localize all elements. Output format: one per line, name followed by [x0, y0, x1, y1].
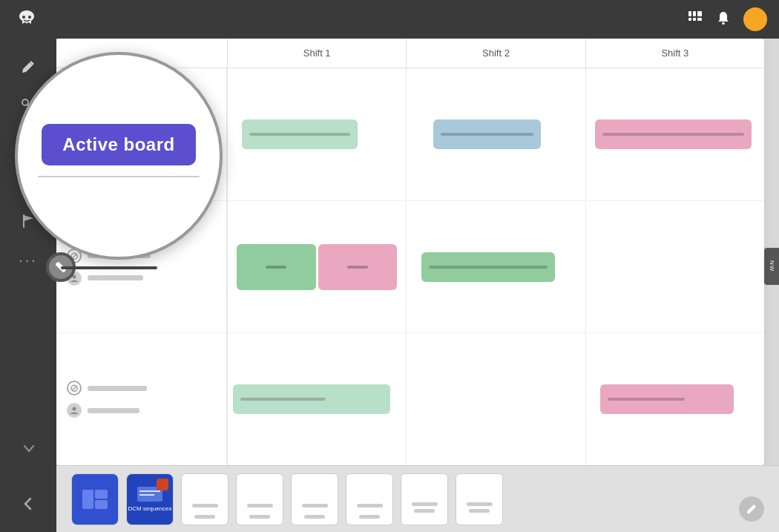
top-nav-right [687, 7, 767, 31]
schedule-block-green-lg[interactable] [233, 384, 390, 414]
shift-cell [585, 333, 764, 465]
svg-rect-18 [82, 490, 93, 509]
top-navigation [0, 0, 779, 39]
avatar [743, 7, 767, 31]
block-line [608, 398, 685, 401]
svg-rect-6 [693, 18, 696, 21]
svg-point-1 [28, 16, 31, 19]
shift-cell [585, 68, 764, 200]
svg-rect-19 [95, 490, 108, 499]
right-panel-toggle[interactable]: NW [764, 248, 779, 285]
pointer-line [61, 266, 157, 269]
toolbar-plain-card-2[interactable] [236, 473, 283, 525]
row-stub [88, 408, 139, 413]
row-3-labels: ⊘ [56, 333, 227, 465]
grid-icon[interactable] [687, 10, 703, 30]
block-line [429, 266, 548, 269]
dcm-badge [157, 479, 168, 490]
svg-point-0 [22, 16, 25, 19]
row-3-info-1: ⊘ [67, 381, 216, 395]
edit-button[interactable] [739, 496, 764, 522]
block-line [240, 398, 326, 401]
toolbar-plain-card-6[interactable] [456, 473, 503, 525]
svg-point-17 [73, 407, 76, 411]
toolbar-plain-card-1[interactable] [181, 473, 229, 525]
scroll-down-arrow[interactable] [16, 436, 42, 461]
svg-point-8 [722, 22, 725, 24]
svg-rect-4 [697, 11, 702, 16]
schedule-block-pink-lg[interactable] [600, 384, 734, 414]
shift-header-2: Shift 2 [406, 39, 585, 68]
row-3-info-2 [67, 403, 216, 418]
double-block-container [237, 244, 397, 290]
block-line [347, 266, 368, 269]
zoom-divider [38, 176, 200, 177]
shift-cell [227, 333, 406, 465]
sidebar-item-more[interactable]: ··· [12, 243, 45, 276]
toolbar-plain-card-3[interactable] [291, 473, 338, 525]
sidebar-item-back[interactable] [12, 487, 45, 520]
schedule-block-blue[interactable] [433, 119, 540, 149]
right-toggle-label: NW [769, 260, 775, 272]
block-line [249, 133, 350, 136]
svg-rect-2 [688, 11, 691, 16]
shift-cell [406, 201, 585, 333]
row-stub [88, 386, 147, 391]
schedule-block-pink2[interactable] [318, 244, 398, 290]
shift-cell [406, 68, 585, 200]
block-line [266, 266, 286, 269]
shift-cell [227, 201, 406, 333]
schedule-block-green-wide[interactable] [421, 252, 555, 282]
bell-icon[interactable] [715, 10, 732, 30]
row-3-content [227, 333, 764, 465]
svg-rect-5 [688, 18, 691, 21]
toolbar-plain-card-5[interactable] [401, 473, 448, 525]
shift-cell [227, 68, 406, 200]
shift-cell [406, 333, 585, 465]
shift-cell [585, 201, 764, 333]
table-row: ⊘ [56, 333, 764, 465]
shift-header-3: Shift 3 [585, 39, 764, 68]
shift-header-1: Shift 1 [227, 39, 406, 68]
svg-rect-20 [95, 500, 108, 509]
row-2-info-2 [67, 271, 216, 286]
person-icon [67, 403, 82, 418]
no-entry-icon: ⊘ [67, 381, 82, 395]
row-1-content [227, 68, 764, 200]
svg-rect-3 [693, 11, 696, 16]
zoom-overlay: Active board [15, 52, 223, 260]
app-logo [12, 4, 42, 34]
active-board-button[interactable]: Active board [42, 124, 195, 165]
svg-rect-7 [697, 18, 702, 21]
bottom-toolbar: DCM sequences [56, 465, 779, 532]
block-line [602, 133, 744, 136]
toolbar-card-1[interactable] [71, 473, 119, 525]
dcm-label: DCM sequences [128, 505, 171, 513]
toolbar-plain-card-4[interactable] [346, 473, 393, 525]
row-stub [88, 275, 143, 280]
schedule-block-green2[interactable] [237, 244, 316, 290]
toolbar-card-dcm[interactable]: DCM sequences [126, 473, 174, 525]
schedule-block-green[interactable] [242, 119, 358, 149]
sidebar-item-pencil[interactable] [12, 50, 45, 83]
schedule-block-pink[interactable] [595, 119, 752, 149]
row-2-content [227, 201, 764, 333]
block-line [441, 133, 533, 136]
